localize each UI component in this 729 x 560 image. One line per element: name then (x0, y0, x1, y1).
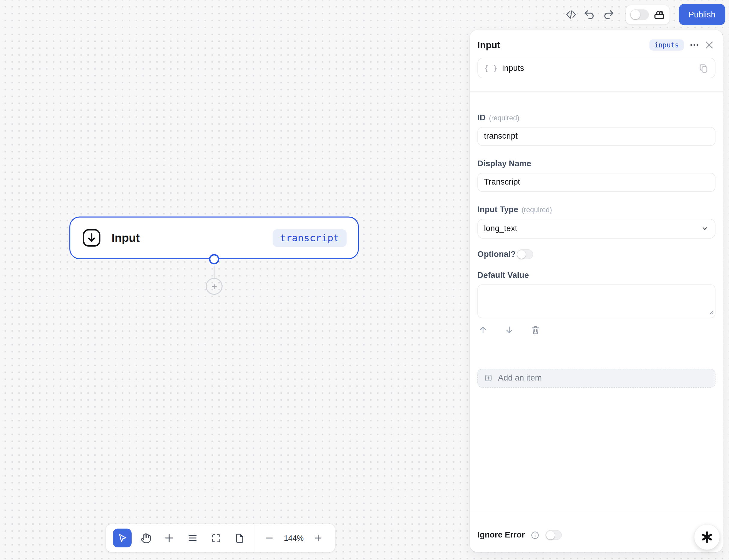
braces-icon: { } (484, 64, 497, 73)
info-icon[interactable] (530, 530, 540, 540)
chevron-down-icon (701, 224, 709, 233)
node-title: Input (112, 231, 140, 245)
zoom-controls: 144% (257, 529, 330, 547)
redo-icon (602, 8, 615, 21)
default-value-wrap (477, 284, 715, 318)
preview-toggle[interactable] (630, 9, 649, 20)
code-view-button[interactable] (564, 8, 578, 22)
id-input[interactable] (477, 127, 715, 145)
add-node-plus-icon (210, 282, 219, 291)
input-node-icon (82, 228, 102, 248)
pan-tool-button[interactable] (136, 529, 155, 547)
add-node-button[interactable] (206, 278, 223, 295)
toggle-knob (631, 10, 640, 19)
reference-value: inputs (502, 63, 524, 73)
more-menu-button[interactable] (688, 39, 700, 51)
zoom-level: 144% (282, 534, 306, 543)
panel-body: ID (required) Display Name Input Type (r… (470, 113, 723, 387)
top-toolbar: Publish (564, 4, 725, 25)
display-name-input[interactable] (477, 173, 715, 191)
file-icon (234, 533, 245, 543)
copy-reference-button[interactable] (698, 62, 709, 73)
item-actions-row (477, 324, 715, 335)
display-name-label: Display Name (477, 159, 715, 169)
undo-icon (583, 8, 596, 21)
input-type-required-hint: (required) (521, 206, 552, 214)
move-item-up-button[interactable] (477, 324, 488, 335)
publish-button[interactable]: Publish (679, 4, 725, 25)
node-id-badge: transcript (273, 229, 347, 247)
plus-icon (164, 532, 175, 543)
code-icon (565, 8, 577, 21)
id-field-label: ID (required) (477, 113, 715, 123)
close-icon (704, 39, 715, 50)
toolbar-divider (254, 524, 255, 552)
node-output-port[interactable] (209, 254, 219, 264)
toggle-knob (546, 531, 554, 539)
assistant-fab-button[interactable] (694, 525, 719, 550)
add-item-label: Add an item (498, 373, 542, 383)
node-reference-field[interactable]: { } inputs (477, 58, 715, 78)
trash-icon (530, 324, 541, 335)
delete-item-button[interactable] (530, 324, 541, 335)
copy-icon (698, 62, 709, 73)
minus-icon (264, 533, 275, 543)
preview-pill (626, 5, 669, 24)
id-label-text: ID (477, 113, 485, 123)
hand-icon (140, 533, 151, 543)
input-type-select[interactable]: long_text (477, 219, 715, 239)
default-value-label-text: Default Value (477, 270, 529, 280)
ignore-error-label: Ignore Error (477, 530, 525, 540)
menu-icon (187, 532, 198, 543)
panel-footer: Ignore Error (470, 511, 723, 552)
node-type-badge[interactable]: inputs (649, 39, 684, 50)
zoom-plus-icon (313, 533, 323, 543)
add-block-button[interactable] (160, 529, 179, 547)
toggle-knob (517, 250, 526, 258)
app-viewport: Input transcript (0, 0, 729, 560)
fit-view-button[interactable] (207, 529, 225, 547)
arrow-up-icon (478, 324, 488, 335)
panel-title: Input (477, 40, 500, 50)
page-view-button[interactable] (230, 529, 249, 547)
input-node[interactable]: Input transcript (69, 217, 359, 259)
input-type-value: long_text (484, 224, 517, 233)
input-type-label-text: Input Type (477, 205, 518, 215)
zoom-in-button[interactable] (310, 529, 326, 547)
ignore-error-toggle[interactable] (545, 530, 562, 540)
gift-icon[interactable] (653, 8, 665, 21)
optional-toggle[interactable] (517, 249, 533, 259)
canvas-toolbar: 144% (106, 524, 335, 552)
select-tool-button[interactable] (113, 529, 131, 547)
input-type-label: Input Type (required) (477, 205, 715, 215)
more-icon (689, 39, 700, 50)
redo-button[interactable] (601, 8, 616, 22)
arrow-down-icon (504, 324, 514, 335)
id-required-hint: (required) (489, 114, 520, 122)
close-panel-button[interactable] (703, 39, 715, 51)
undo-button[interactable] (583, 8, 597, 22)
add-square-icon (484, 374, 493, 383)
connector-line (213, 266, 215, 278)
zoom-out-button[interactable] (261, 529, 277, 547)
optional-label-text: Optional? (477, 249, 516, 259)
default-value-textarea[interactable] (477, 284, 715, 318)
optional-row: Optional? (477, 248, 715, 260)
panel-divider (470, 92, 723, 92)
add-item-button[interactable]: Add an item (477, 369, 715, 387)
optional-label: Optional? (477, 249, 516, 259)
outline-list-button[interactable] (183, 529, 202, 547)
cursor-icon (117, 533, 128, 543)
node-properties-panel: Input inputs (470, 30, 723, 552)
asterisk-icon (700, 531, 714, 544)
move-item-down-button[interactable] (504, 324, 515, 335)
default-value-label: Default Value (477, 270, 715, 280)
display-name-label-text: Display Name (477, 159, 531, 169)
panel-header: Input inputs (470, 30, 723, 78)
frame-icon (211, 533, 222, 543)
